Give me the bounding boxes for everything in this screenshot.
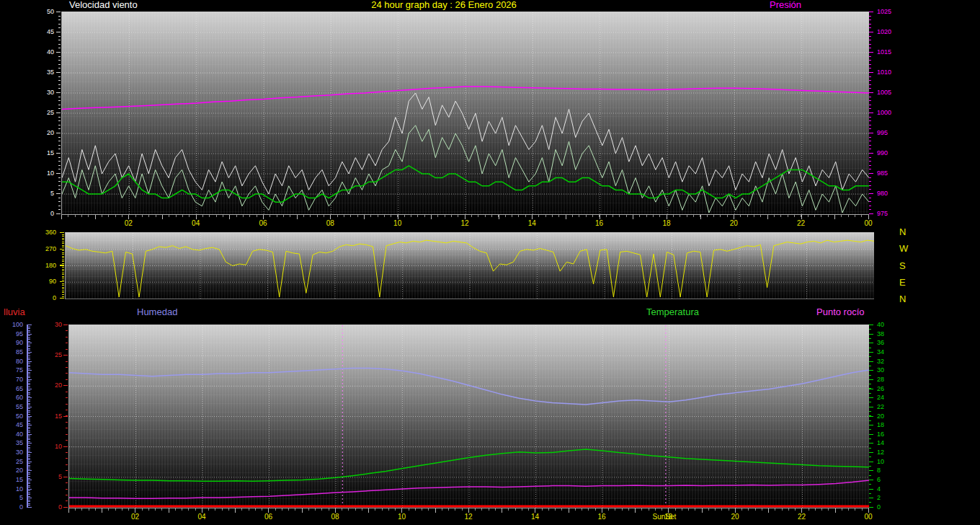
axis-tick-label: 70 (16, 376, 23, 382)
axis-tick-label: 1025 (877, 9, 891, 15)
axis-tick-label: 15 (16, 477, 23, 483)
wind-axis-ticks (56, 12, 61, 214)
axis-tick-label: 0 (19, 504, 23, 511)
axis-tick-label: N (899, 294, 906, 304)
axis-tick-label: S (899, 260, 906, 270)
axis-tick-label: 10 (393, 219, 401, 228)
axis-tick-label: 0 (58, 504, 62, 511)
direction-axis: 360270180900 (36, 232, 56, 298)
rain-axis-ticks (63, 325, 68, 508)
axis-tick-label: 20 (47, 130, 54, 136)
axis-tick-label: E (899, 277, 906, 286)
axis-tick-label: 6 (877, 477, 881, 483)
axis-tick-label: 16 (877, 431, 884, 437)
axis-tick-label: 40 (47, 49, 54, 56)
axis-tick-label: 85 (16, 348, 23, 355)
axis-tick-label: 32 (877, 358, 884, 364)
axis-tick-label: 12 (464, 513, 472, 521)
axis-tick-label: 1020 (877, 29, 891, 35)
axis-tick-label: 975 (877, 211, 888, 217)
axis-tick-label: 80 (16, 358, 23, 364)
temperature-axis: 4038363432302826242220181614121086420 (877, 325, 899, 507)
axis-tick-label: 20 (731, 513, 739, 521)
axis-tick-label: 1010 (877, 69, 891, 76)
axis-tick-label: 35 (47, 69, 54, 76)
axis-tick-label: 10 (55, 443, 62, 449)
direction-chart-plot (65, 232, 874, 299)
axis-tick-label: 16 (597, 513, 605, 521)
axis-tick-label: 95 (16, 330, 23, 337)
axis-tick-label: 14 (877, 440, 884, 446)
axis-tick-label: 4 (877, 485, 881, 492)
axis-tick-label: 16 (595, 219, 603, 228)
axis-tick-label: 02 (131, 513, 139, 521)
wind-speed-label: Velocidad viento (69, 0, 138, 10)
axis-tick-label: 25 (16, 458, 23, 464)
temp-hum-chart (69, 325, 869, 508)
axis-tick-label: 00 (864, 219, 872, 228)
axis-tick-label: 35 (16, 440, 23, 446)
wind-chart-plot (61, 12, 869, 215)
axis-tick-label: 55 (16, 403, 23, 410)
rain-axis: 302520151050 (40, 325, 62, 507)
axis-tick-label: 10 (47, 170, 54, 177)
axis-tick-label: 45 (16, 422, 23, 428)
axis-tick-label: 30 (877, 367, 884, 374)
axis-tick-label: 0 (53, 295, 56, 301)
axis-tick-label: 14 (528, 219, 536, 228)
axis-tick-label: 28 (877, 376, 884, 382)
pressure-label: Presión (770, 0, 801, 10)
axis-tick-label: 12 (877, 449, 884, 456)
axis-tick-label: 90 (49, 278, 56, 285)
axis-tick-label: 180 (45, 262, 56, 268)
axis-tick-label: 14 (531, 513, 539, 521)
temperature-axis-ticks (869, 325, 873, 508)
axis-tick-label: 18 (877, 422, 884, 428)
axis-tick-label: 22 (877, 403, 884, 410)
axis-tick-label: W (899, 244, 908, 253)
compass-axis: NWSEN (899, 231, 914, 299)
page-title: 24 hour graph day : 26 Enero 2026 (371, 0, 517, 10)
axis-tick-label: N (899, 227, 906, 237)
axis-tick-label: 1000 (877, 110, 891, 116)
direction-axis-ticks (60, 232, 64, 299)
axis-tick-label: 25 (47, 110, 54, 116)
axis-tick-label: 40 (877, 322, 884, 328)
axis-tick-label: 45 (47, 29, 54, 35)
axis-tick-label: 22 (797, 219, 805, 228)
axis-tick-label: 08 (326, 219, 334, 228)
axis-tick-label: 20 (877, 412, 884, 419)
bottom-time-axis: 020406081012141618202200 (68, 513, 868, 522)
axis-tick-label: 12 (460, 219, 468, 228)
temperature-label: Temperatura (646, 306, 699, 317)
axis-tick-label: 10 (398, 513, 406, 521)
axis-tick-label: 0 (50, 211, 54, 217)
humidity-label: Humedad (137, 306, 177, 317)
humidity-axis: 1009590858075706560555045403530252015105… (1, 325, 23, 507)
axis-tick-label: 00 (864, 513, 872, 521)
axis-tick-label: 75 (16, 367, 23, 374)
axis-tick-label: 34 (877, 348, 884, 355)
axis-tick-label: 36 (877, 340, 884, 346)
axis-tick-label: 30 (47, 89, 54, 96)
axis-tick-label: 360 (45, 229, 56, 236)
axis-tick-label: 30 (55, 322, 62, 328)
wind-speed-axis: 50454035302520151050 (29, 12, 54, 213)
axis-tick-label: 10 (877, 458, 884, 464)
axis-tick-label: 1015 (877, 49, 891, 56)
axis-tick-label: 26 (877, 385, 884, 392)
axis-tick-label: 100 (12, 322, 23, 328)
axis-tick-label: 1005 (877, 89, 891, 96)
axis-tick-label: 270 (45, 245, 56, 252)
axis-tick-label: 50 (47, 9, 54, 15)
pressure-axis: 102510201015101010051000995990985980975 (877, 12, 906, 213)
axis-tick-label: 5 (19, 495, 23, 501)
temp-hum-chart-plot (68, 325, 869, 508)
axis-tick-label: 5 (50, 190, 54, 197)
axis-tick-label: 0 (877, 504, 881, 511)
axis-tick-label: 65 (16, 385, 23, 392)
weather-graph-screen: Velocidad viento 24 hour graph day : 26 … (0, 0, 980, 525)
dew-point-label: Punto rocío (816, 306, 865, 317)
axis-tick-label: 985 (877, 170, 888, 177)
axis-tick-label: 08 (331, 513, 339, 521)
